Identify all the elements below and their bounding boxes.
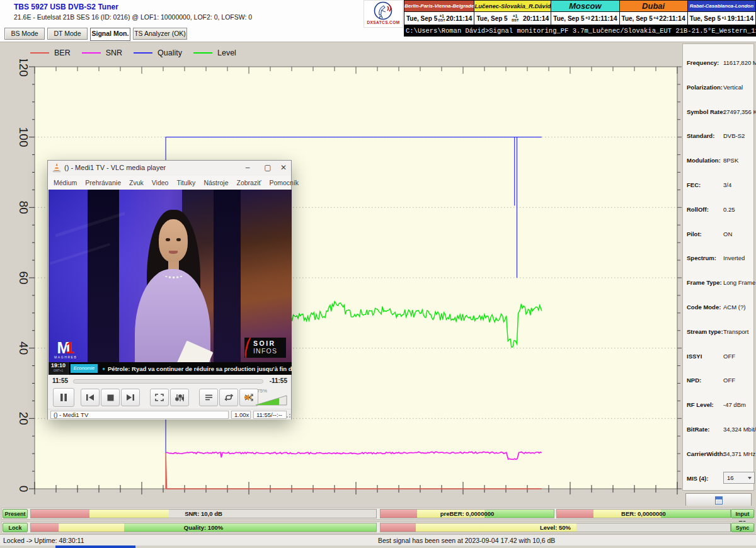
lock-uptime-status: Locked -> Uptime: 48:30:11 [3, 537, 84, 544]
fullscreen-button[interactable] [150, 389, 169, 406]
clock-time: Tue, Sep 5+1DST20:11:14 [474, 12, 551, 25]
time-display[interactable]: 11:55/--:-- [253, 411, 287, 419]
vlc-menu-zvuk[interactable]: Zvuk [129, 179, 144, 186]
vlc-statusbar: () - Medi1 TV 1.00x 11:55/--:-- [48, 409, 291, 420]
ticker-bullet: ● [102, 366, 105, 372]
volume-percent: 75% [257, 388, 267, 394]
channel-logo: M1 MAGHREB [54, 341, 77, 359]
pause-button[interactable] [53, 388, 74, 407]
legend-swatch [134, 52, 152, 54]
elapsed-time: 11:55 [52, 377, 68, 384]
resize-grip[interactable] [285, 414, 290, 419]
clock-city-label: Rabat-Casablanca-London [688, 1, 755, 12]
clock-city-label: Lučenec-Slovakia_R.Dávid [474, 1, 551, 12]
svg-text:0: 0 [17, 486, 30, 493]
vlc-menu-video[interactable]: Video [152, 179, 169, 186]
param-symbolrate: Symbol Rate:27497,356 KS/s [687, 108, 751, 127]
stop-button[interactable] [101, 389, 120, 406]
tab-ts-analyzer-ok-[interactable]: TS Analyzer (OK) [133, 28, 187, 40]
playlist-button[interactable] [199, 389, 218, 406]
legend-label: SNR [106, 49, 122, 57]
vlc-seek-row: 11:55 -11:55 [48, 375, 291, 387]
loop-button[interactable] [219, 389, 238, 406]
bar-value-label: SNR: 10,0 dB [31, 510, 376, 517]
extended-settings-button[interactable] [170, 389, 189, 406]
param-modulation: Modulation:8PSK [687, 157, 751, 176]
vlc-cone-icon [52, 163, 61, 175]
present-indicator[interactable]: Present [3, 509, 28, 518]
param-issyi: ISSYIOFF [687, 353, 751, 372]
mis-label: MIS (4): [687, 475, 708, 482]
param-spectrum: Spectrum:Inverted [687, 254, 751, 273]
vlc-menubar: MédiumPrehrávanieZvukVideoTitulkyNástroj… [48, 176, 291, 190]
remaining-time: -11:55 [270, 377, 287, 384]
legend-label: Level [217, 49, 236, 57]
vlc-window: () - Medi1 TV - VLC media player – ▢ ✕ M… [47, 160, 292, 420]
vlc-menu-pomocnk[interactable]: Pomocník [269, 179, 299, 186]
sidebar-icon-button[interactable] [685, 493, 752, 507]
anchor-face [159, 219, 188, 262]
mis-select[interactable]: 16 [723, 472, 755, 484]
close-button[interactable]: ✕ [275, 161, 292, 176]
seek-bar[interactable] [73, 379, 263, 384]
tab-dt-mode[interactable]: DT Mode [47, 28, 88, 40]
volume-slider[interactable] [256, 395, 287, 408]
playback-rate[interactable]: 1.00x [231, 411, 251, 419]
param-frequency: Frequency:11617,820 MHz [687, 59, 751, 78]
sync-ts-indicator[interactable]: Sync TS [731, 523, 754, 532]
input-ts-indicator[interactable]: Input TS [731, 509, 754, 518]
app-title: TBS 5927 USB DVB-S2 Tuner [14, 3, 118, 11]
vlc-controls: 75% [48, 387, 291, 409]
volume-icon[interactable] [244, 393, 253, 404]
vlc-menu-zobrazi[interactable]: Zobraziť [236, 179, 261, 186]
bar-preber: preBER: 0,0000000 [380, 509, 554, 518]
world-clocks: Berlin-Paris-Vienna-BelgradeTue, Sep 5+1… [404, 0, 756, 25]
legend-swatch [30, 52, 49, 54]
param-fec: FEC:3/4 [687, 181, 751, 200]
svg-text:120: 120 [17, 59, 30, 77]
vlc-menu-nstroje[interactable]: Nástroje [203, 179, 228, 186]
vlc-menu-titulky[interactable]: Titulky [176, 179, 195, 186]
minimize-button[interactable]: – [239, 161, 256, 176]
logo-text: DXSATCS.COM [364, 20, 403, 25]
ticker-category: Economie [71, 364, 98, 373]
vlc-menu-mdium[interactable]: Médium [54, 179, 77, 186]
previous-button[interactable] [81, 389, 100, 406]
vlc-video-area[interactable]: M1 MAGHREB SOIR INFOS 19:10 GMT+1 Econom… [49, 190, 292, 375]
bar-quality: Quality: 100% [30, 523, 377, 532]
svg-text:40: 40 [17, 341, 30, 355]
param-rflevel: RF Level:-47 dBm [687, 401, 751, 420]
vlc-menu-prehrvanie[interactable]: Prehrávanie [85, 179, 121, 186]
param-pilot: Pilot:ON [687, 231, 751, 249]
clock-time: Tue, Sep 5+1DST20:11:14 [404, 12, 474, 25]
signal-params-panel: Frequency:11617,820 MHzPolarization:Vert… [682, 43, 754, 491]
param-npd: NPD:OFF [687, 377, 751, 396]
maximize-button[interactable]: ▢ [259, 161, 277, 176]
app-subtitle: 21.6E - Eutelsat 21B SES 16 (ID: 0216) @… [14, 13, 252, 21]
svg-text:20: 20 [17, 412, 30, 425]
legend-item-snr: SNR [82, 49, 122, 57]
clock-city-label: Dubai [620, 1, 687, 12]
app-window: TBS 5927 USB DVB-S2 Tuner 21.6E - Eutels… [0, 0, 756, 548]
status-line: Locked -> Uptime: 48:30:11 Best signal h… [0, 534, 756, 545]
tab-bs-mode[interactable]: BS Mode [4, 28, 45, 40]
legend-label: Quality [158, 49, 182, 57]
news-ticker: 19:10 GMT+1 Economie ● Pétrole: Ryad va … [49, 362, 292, 375]
mis-row: MIS (4): 16 [687, 475, 751, 494]
param-frametype: Frame Type:Long Frame [687, 279, 751, 298]
legend-swatch [82, 52, 101, 54]
main-area: BERSNRQualityLevel 020406080100120 Frequ… [0, 42, 756, 506]
vlc-window-title: () - Medi1 TV - VLC media player [64, 164, 166, 171]
vlc-titlebar[interactable]: () - Medi1 TV - VLC media player – ▢ ✕ [48, 161, 291, 176]
legend-item-ber: BER [30, 49, 71, 57]
lock-indicator[interactable]: Lock [3, 523, 28, 532]
legend-swatch [193, 52, 212, 54]
svg-text:100: 100 [17, 127, 30, 147]
tab-bar: BS ModeDT ModeSignal Mon.TS Analyzer (OK… [0, 26, 403, 42]
ticker-clock: 19:10 GMT+1 [49, 362, 69, 375]
clock-time: Tue, Sep 5+321:11:14 [551, 12, 619, 25]
next-button[interactable] [121, 389, 140, 406]
dxsatcs-logo: DXSATCS.COM [364, 0, 403, 28]
now-playing-field: () - Medi1 TV [50, 411, 229, 419]
tab-signal-mon-[interactable]: Signal Mon. [90, 28, 130, 41]
